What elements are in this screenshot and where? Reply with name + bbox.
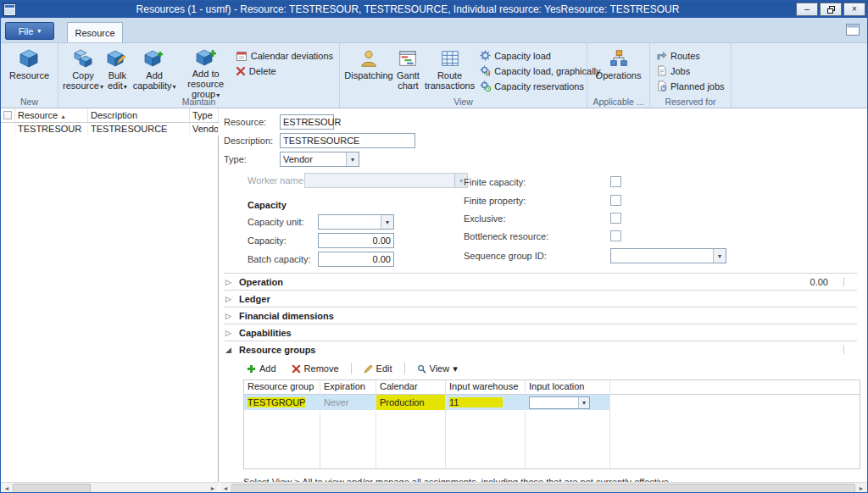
- input-location-select[interactable]: ▾: [529, 396, 590, 409]
- resource-input[interactable]: ESTRESOUR: [280, 114, 334, 130]
- scroll-left-icon[interactable]: ◄: [1, 483, 13, 493]
- delete-button[interactable]: Delete: [233, 64, 336, 78]
- column-header-description[interactable]: Description: [88, 108, 190, 122]
- section-divider: [843, 277, 849, 286]
- view-menu-button[interactable]: View ▾: [414, 363, 461, 375]
- add-to-resource-group-button[interactable]: Add to resource group▾: [179, 46, 233, 97]
- capacity-unit-select[interactable]: ▾: [318, 214, 394, 230]
- rg-cell-resource-group[interactable]: TESTGROUP: [244, 395, 320, 410]
- description-input[interactable]: TESTRESOURCE: [280, 133, 415, 148]
- section-operation[interactable]: ▷ Operation 0.00: [224, 273, 857, 290]
- resource-list-row[interactable]: TESTRESOUR TESTRESOURCE Vendor: [1, 123, 218, 136]
- operations-flowchart-icon: [609, 47, 629, 70]
- scrollbar-thumb[interactable]: [231, 484, 855, 493]
- bulk-edit-button[interactable]: Bulk edit▾: [104, 46, 131, 97]
- toolbar-separator: [404, 363, 405, 374]
- rg-column-input-warehouse[interactable]: Input warehouse: [446, 380, 525, 395]
- scroll-right-icon[interactable]: ►: [207, 483, 219, 493]
- reserved-small-buttons: Routes Jobs Planned jobs: [654, 46, 727, 93]
- scroll-left-icon[interactable]: ◄: [220, 483, 231, 493]
- routes-button[interactable]: Routes: [654, 48, 727, 63]
- capacity-input[interactable]: 0.00: [318, 233, 394, 248]
- bottleneck-resource-label: Bottleneck resource:: [464, 231, 548, 241]
- gear-clock-icon: [480, 80, 491, 91]
- route-transactions-icon: [440, 47, 460, 70]
- rg-column-input-location[interactable]: Input location: [526, 380, 609, 395]
- main-panel-hscrollbar[interactable]: ◄ ►: [220, 482, 867, 493]
- tab-resource[interactable]: Resource: [67, 22, 123, 43]
- finite-capacity-checkbox[interactable]: [610, 176, 621, 187]
- chevron-down-icon: ▾: [578, 397, 589, 408]
- capacity-reservations-button[interactable]: Capacity reservations: [477, 79, 603, 93]
- section-financial-dimensions[interactable]: ▷ Financial dimensions: [224, 307, 857, 324]
- expander-collapsed-icon: ▷: [225, 278, 234, 286]
- expander-collapsed-icon: ▷: [225, 295, 234, 303]
- plus-icon: [247, 364, 256, 374]
- gantt-chart-button[interactable]: Gantt chart: [394, 46, 422, 97]
- window-title: Resources (1 - usmf) - Resource: TESTRES…: [19, 3, 796, 15]
- rg-cell-input-location[interactable]: ▾: [526, 395, 609, 410]
- finite-property-checkbox[interactable]: [610, 195, 621, 206]
- remove-button[interactable]: Remove: [288, 363, 342, 374]
- worker-name-label: Worker name:: [248, 175, 306, 186]
- exclusive-checkbox[interactable]: [610, 213, 621, 224]
- jobs-button[interactable]: Jobs: [654, 64, 727, 78]
- cell-description: TESTRESOURCE: [88, 123, 190, 136]
- edit-button[interactable]: Edit: [360, 363, 396, 374]
- gear-icon: [480, 50, 491, 61]
- select-all-checkbox[interactable]: [1, 108, 15, 122]
- operations-button[interactable]: Operations: [593, 46, 644, 97]
- bottleneck-resource-checkbox[interactable]: [610, 230, 621, 241]
- layout-icon[interactable]: [845, 23, 860, 36]
- sort-ascending-icon: ▲: [60, 114, 66, 119]
- scrollbar-thumb[interactable]: [13, 484, 91, 493]
- add-button[interactable]: Add: [243, 363, 280, 374]
- minimize-button[interactable]: –: [796, 3, 818, 16]
- expander-collapsed-icon: ▷: [225, 329, 234, 337]
- copy-resource-button[interactable]: Copy resource▾: [62, 46, 104, 97]
- cell-resource: TESTRESOUR: [15, 123, 88, 136]
- resource-groups-grid: Resource group TESTGROUP Expiration Neve…: [243, 379, 860, 469]
- calendar-deviations-button[interactable]: Calendar deviations: [233, 48, 336, 63]
- rg-column-resource-group[interactable]: Resource group: [244, 380, 320, 395]
- person-icon: [359, 47, 379, 70]
- resource-button[interactable]: Resource: [7, 46, 52, 97]
- rg-cell-input-warehouse[interactable]: 11: [446, 395, 525, 410]
- type-select[interactable]: Vendor ▾: [280, 152, 359, 167]
- rg-column-calendar[interactable]: Calendar: [376, 380, 445, 395]
- ribbon-group-maintain: Copy resource▾ Bulk edit▾ Add capability…: [58, 43, 340, 108]
- rg-cell-calendar[interactable]: Production: [376, 395, 445, 410]
- left-panel-hscrollbar[interactable]: ◄ ►: [1, 482, 219, 493]
- pencil-icon: [364, 364, 373, 374]
- remove-x-icon: [292, 364, 301, 374]
- section-resource-groups[interactable]: ◢ Resource groups: [224, 341, 857, 357]
- close-button[interactable]: ×: [843, 3, 865, 16]
- group-label-view: View: [340, 97, 587, 107]
- sequence-group-select[interactable]: ▾: [610, 248, 726, 263]
- section-ledger[interactable]: ▷ Ledger: [224, 290, 857, 307]
- column-header-resource[interactable]: Resource▲: [15, 108, 88, 122]
- exclusive-label: Exclusive:: [464, 213, 506, 224]
- resource-list-header: Resource▲ Description Type: [1, 108, 218, 123]
- resource-field-label: Resource:: [224, 117, 280, 127]
- dispatching-button[interactable]: Dispatching: [343, 46, 394, 97]
- rg-column-expiration[interactable]: Expiration: [320, 380, 376, 395]
- column-header-type[interactable]: Type: [190, 108, 219, 122]
- file-menu-button[interactable]: File▾: [5, 22, 54, 40]
- scroll-right-icon[interactable]: ►: [855, 483, 867, 493]
- gantt-chart-icon: [398, 47, 418, 70]
- rg-cell-expiration[interactable]: Never: [320, 395, 376, 410]
- section-capabilities[interactable]: ▷ Capabilities: [224, 324, 857, 341]
- planned-jobs-button[interactable]: Planned jobs: [654, 79, 727, 93]
- capacity-load-graphically-button[interactable]: Capacity load, graphically: [477, 64, 603, 78]
- chevron-down-icon: ▾: [173, 83, 176, 91]
- resource-list-panel: Resource▲ Description Type TESTRESOUR TE…: [1, 108, 219, 493]
- batch-capacity-input[interactable]: 0.00: [318, 252, 394, 267]
- restore-button[interactable]: [820, 3, 842, 16]
- finite-capacity-label: Finite capacity:: [464, 177, 526, 187]
- capacity-load-button[interactable]: Capacity load: [477, 48, 603, 63]
- route-transactions-button[interactable]: Route transactions: [422, 46, 477, 97]
- add-capability-button[interactable]: Add capability▾: [131, 46, 179, 97]
- resource-groups-toolbar: Add Remove Edit: [243, 360, 857, 377]
- ribbon-tab-row: File▾ Resource: [1, 18, 867, 43]
